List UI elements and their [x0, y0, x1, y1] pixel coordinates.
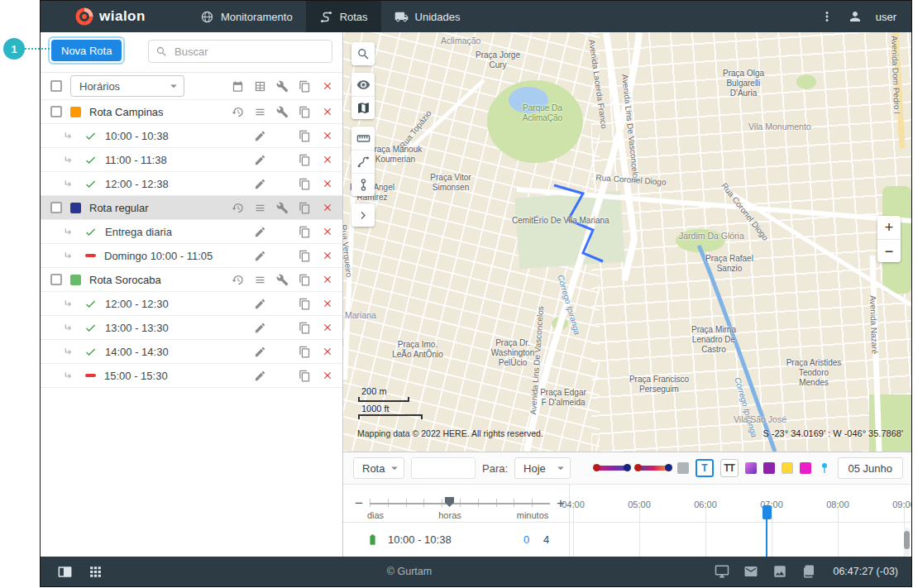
pencil-icon[interactable]	[249, 173, 271, 195]
route-checkbox[interactable]	[50, 274, 62, 285]
map-canvas[interactable]: Aclimação Praça Jorge Cury Parque Da Acl…	[343, 32, 911, 452]
pencil-icon[interactable]	[249, 293, 271, 315]
timeline-zoom-out[interactable]: −	[351, 496, 366, 511]
panel-toggle-icon[interactable]	[57, 564, 73, 580]
schedule-row[interactable]: 12:00 - 12:30	[41, 292, 342, 316]
expand-panel-icon[interactable]	[351, 203, 375, 227]
pencil-icon[interactable]	[249, 341, 271, 363]
zoom-in-button[interactable]: +	[877, 216, 901, 239]
map-layers-icon[interactable]	[351, 96, 375, 119]
user-name[interactable]: user	[876, 11, 896, 23]
delete-icon[interactable]	[316, 269, 338, 291]
pencil-icon[interactable]	[249, 245, 271, 267]
apps-grid-icon[interactable]	[88, 564, 103, 580]
mail-icon[interactable]	[743, 564, 758, 579]
select-all-checkbox[interactable]	[50, 80, 62, 92]
pencil-icon[interactable]	[249, 125, 271, 147]
list-icon[interactable]	[249, 197, 271, 219]
color-gradient-swatch-icon[interactable]	[745, 462, 757, 474]
history-icon[interactable]	[227, 197, 249, 219]
monitor-icon[interactable]	[715, 564, 729, 579]
schedule-row[interactable]: 15:00 - 15:30	[41, 364, 342, 388]
route-checkbox[interactable]	[50, 202, 62, 213]
copy-icon[interactable]	[294, 317, 316, 339]
schedule-filter-select[interactable]: Horários	[70, 75, 184, 97]
copy-icon[interactable]	[294, 293, 316, 315]
pencil-icon[interactable]	[249, 221, 271, 243]
delete-icon[interactable]	[316, 341, 338, 363]
delete-icon[interactable]	[316, 173, 338, 195]
color-purple-swatch-icon[interactable]	[763, 462, 775, 474]
user-icon[interactable]	[848, 9, 863, 24]
history-icon[interactable]	[227, 269, 249, 291]
schedule-row[interactable]: 11:00 - 11:38	[41, 148, 342, 172]
nav-item-unidades[interactable]: Unidades	[381, 1, 474, 32]
nav-item-monitoramento[interactable]: Monitoramento	[187, 1, 306, 32]
measure-distance-icon[interactable]	[351, 127, 375, 150]
route-checkbox[interactable]	[50, 106, 62, 117]
schedule-row[interactable]: 13:00 - 13:30	[41, 316, 342, 340]
delete-icon[interactable]	[316, 365, 338, 387]
wrench-icon[interactable]	[271, 75, 294, 98]
schedule-row[interactable]: 12:00 - 12:38	[41, 172, 342, 196]
track-gradient-sensor-icon[interactable]	[636, 466, 671, 471]
history-icon[interactable]	[227, 101, 249, 123]
delete-icon[interactable]	[316, 293, 338, 315]
search-box[interactable]	[148, 40, 332, 63]
copy-icon[interactable]	[294, 197, 316, 219]
copy-icon[interactable]	[294, 75, 316, 98]
map-search-icon[interactable]	[351, 42, 375, 65]
delete-icon[interactable]	[316, 75, 338, 98]
delete-icon[interactable]	[316, 245, 338, 267]
photo-icon[interactable]	[772, 564, 787, 579]
delete-icon[interactable]	[316, 149, 338, 171]
timeline-track-row[interactable]: 10:00 - 10:38 0 4	[343, 522, 911, 557]
pencil-icon[interactable]	[249, 365, 271, 387]
scrollbar-thumb[interactable]	[904, 531, 910, 549]
copy-icon[interactable]	[294, 149, 316, 171]
wrench-icon[interactable]	[271, 101, 294, 123]
schedule-row[interactable]: 14:00 - 14:30	[41, 340, 342, 364]
wrench-icon[interactable]	[271, 269, 294, 291]
timeline-filter-input[interactable]	[411, 457, 476, 479]
delete-icon[interactable]	[316, 101, 338, 123]
schedule-row[interactable]: Domingo 10:00 - 11:05	[41, 244, 342, 268]
calendar-icon[interactable]	[227, 75, 249, 98]
color-yellow-swatch-icon[interactable]	[782, 462, 793, 474]
track-gradient-speed-icon[interactable]	[595, 466, 629, 471]
schedule-row[interactable]: Entrega diaria	[41, 220, 342, 244]
copy-icon[interactable]	[294, 269, 316, 291]
annotations-toggle-double[interactable]: TT	[720, 459, 739, 477]
route-row[interactable]: Rota Campinas	[41, 100, 342, 124]
table-icon[interactable]	[249, 75, 271, 98]
copy-icon[interactable]	[294, 173, 316, 195]
kebab-menu-icon[interactable]	[820, 9, 834, 24]
new-route-button[interactable]: Nova Rota	[51, 40, 122, 61]
timeline-zoom-slider[interactable]	[370, 503, 550, 504]
copy-icon[interactable]	[294, 341, 316, 363]
copy-icon[interactable]	[294, 221, 316, 243]
track-solid-color-icon[interactable]	[677, 462, 689, 474]
copy-icon[interactable]	[294, 365, 316, 387]
current-time-marker[interactable]	[762, 505, 772, 519]
list-icon[interactable]	[249, 101, 271, 123]
annotations-toggle-single[interactable]: T	[696, 459, 714, 477]
delete-icon[interactable]	[316, 125, 338, 147]
timeline-mode-select[interactable]: Rota	[353, 457, 404, 479]
delete-icon[interactable]	[316, 317, 338, 339]
wrench-icon[interactable]	[271, 197, 294, 219]
zoom-out-button[interactable]: −	[877, 239, 901, 262]
copy-icon[interactable]	[294, 101, 316, 123]
route-row-selected[interactable]: Rota regular	[41, 196, 342, 220]
route-row[interactable]: Rota Sorocaba	[41, 268, 342, 292]
date-button[interactable]: 05 Junho	[838, 457, 904, 479]
timeline-day-select[interactable]: Hoje	[514, 457, 571, 479]
color-magenta-swatch-icon[interactable]	[800, 462, 811, 474]
copy-icon[interactable]	[294, 125, 316, 147]
copy-icon[interactable]	[294, 245, 316, 267]
track-route-icon[interactable]	[351, 150, 375, 173]
delete-icon[interactable]	[316, 221, 338, 243]
marker-pin-icon[interactable]	[818, 460, 831, 476]
journal-icon[interactable]	[801, 564, 816, 579]
visibility-eye-icon[interactable]	[351, 73, 375, 96]
